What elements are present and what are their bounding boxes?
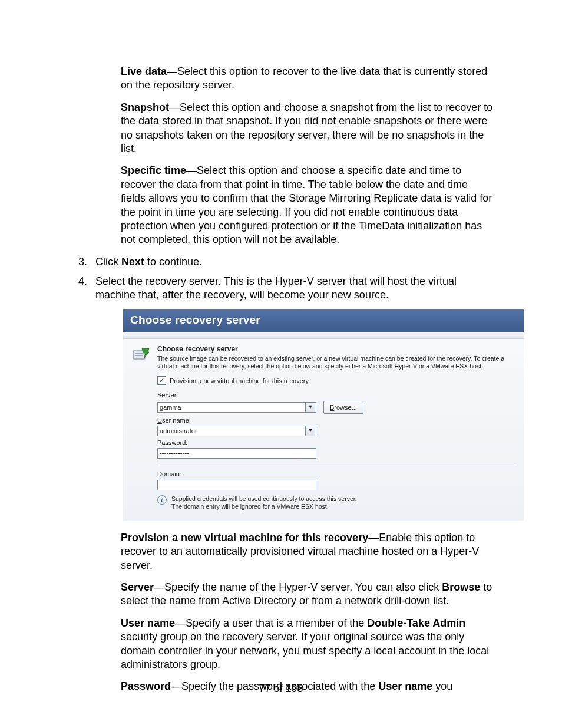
server-dropdown-button[interactable]: ▼ xyxy=(305,403,315,412)
recovery-server-dialog: Choose recovery server Choose recovery s… xyxy=(123,309,524,521)
step-3: 3. Click Next to continue. xyxy=(68,255,494,269)
server-field-row: gamma ▼ Browse... xyxy=(157,401,515,414)
live-data-text: —Select this option to recover to the li… xyxy=(121,65,487,91)
domain-input[interactable] xyxy=(157,480,316,490)
server-value: gamma xyxy=(160,403,181,411)
live-data-paragraph: Live data—Select this option to recover … xyxy=(121,65,494,93)
provision-paragraph: Provision a new virtual machine for this… xyxy=(121,531,494,572)
domain-field-label: Domain: xyxy=(157,470,515,478)
password-value: ••••••••••••• xyxy=(160,449,189,457)
checkmark-icon: ✓ xyxy=(159,377,164,384)
provision-checkbox-label: Provision a new virtual machine for this… xyxy=(170,377,310,385)
option-descriptions: Live data—Select this option to recover … xyxy=(121,65,494,247)
step-3-bold: Next xyxy=(121,256,144,268)
username-label: User name xyxy=(121,617,175,629)
password-input[interactable]: ••••••••••••• xyxy=(157,448,316,459)
field-divider xyxy=(157,465,515,465)
password-field-label: Password: xyxy=(157,439,515,447)
svg-rect-1 xyxy=(135,353,143,354)
page-number: 77 of 195 xyxy=(0,682,562,696)
dialog-title: Choose recovery server xyxy=(123,309,524,332)
info-line-1: Supplied credentials will be used contin… xyxy=(171,495,357,502)
live-data-label: Live data xyxy=(121,65,167,77)
snapshot-label: Snapshot xyxy=(121,101,169,113)
specific-time-text: —Select this option and choose a specifi… xyxy=(121,164,492,245)
step-4: 4. Select the recovery server. This is t… xyxy=(68,275,494,694)
info-line-2: The domain entry will be ignored for a V… xyxy=(171,503,329,510)
username-dropdown-button[interactable]: ▼ xyxy=(305,426,315,436)
domain-field-row xyxy=(157,480,515,490)
specific-time-paragraph: Specific time—Select this option and cho… xyxy=(121,164,494,246)
provision-checkbox[interactable]: ✓ xyxy=(157,376,166,385)
username-field-row: administrator ▼ xyxy=(157,426,515,436)
dialog-separator xyxy=(123,332,524,339)
server-field-label: Server: xyxy=(157,391,515,399)
snapshot-text: —Select this option and choose a snapsho… xyxy=(121,101,492,154)
provision-label: Provision a new virtual machine for this… xyxy=(121,532,368,543)
username-paragraph: User name—Specify a user that is a membe… xyxy=(121,617,494,672)
specific-time-label: Specific time xyxy=(121,164,186,176)
document-page: Live data—Select this option to recover … xyxy=(0,0,562,728)
server-recovery-icon xyxy=(131,345,150,364)
info-text: Supplied credentials will be used contin… xyxy=(171,495,357,511)
username-text-pre: —Specify a user that is a member of the xyxy=(175,617,367,629)
dialog-description: The source image can be recovered to an … xyxy=(157,355,515,370)
steps-list: 3. Click Next to continue. 4. Select the… xyxy=(68,255,494,694)
step-4-number: 4. xyxy=(78,275,87,288)
password-field-row: ••••••••••••• xyxy=(157,448,515,459)
chevron-down-icon: ▼ xyxy=(308,404,313,411)
post-dialog-descriptions: Provision a new virtual machine for this… xyxy=(121,531,494,694)
server-text-pre: —Specify the name of the Hyper-V server.… xyxy=(154,581,442,593)
server-paragraph: Server—Specify the name of the Hyper-V s… xyxy=(121,581,494,608)
dialog-content: Choose recovery server The source image … xyxy=(157,345,515,511)
browse-button[interactable]: Browse... xyxy=(323,401,363,414)
server-combobox[interactable]: gamma ▼ xyxy=(157,402,316,413)
step-4-text: Select the recovery server. This is the … xyxy=(95,275,457,301)
svg-rect-2 xyxy=(135,355,143,356)
dialog-body: Choose recovery server The source image … xyxy=(123,339,524,521)
username-combobox[interactable]: administrator ▼ xyxy=(157,426,316,436)
step-3-pre: Click xyxy=(95,256,121,268)
dialog-heading: Choose recovery server xyxy=(157,345,515,354)
info-note: i Supplied credentials will be used cont… xyxy=(157,495,515,511)
chevron-down-icon: ▼ xyxy=(308,427,313,434)
server-label: Server xyxy=(121,581,154,593)
snapshot-paragraph: Snapshot—Select this option and choose a… xyxy=(121,101,494,156)
step-3-number: 3. xyxy=(78,255,87,269)
username-value: administrator xyxy=(160,427,197,435)
username-field-label: User name: xyxy=(157,416,515,424)
username-text-post: security group on the recovery server. I… xyxy=(121,631,489,670)
username-text-bold: Double-Take Admin xyxy=(367,617,465,629)
server-text-bold: Browse xyxy=(442,581,480,593)
provision-checkbox-row[interactable]: ✓ Provision a new virtual machine for th… xyxy=(157,376,515,385)
info-icon: i xyxy=(157,495,167,505)
step-3-post: to continue. xyxy=(144,256,202,268)
